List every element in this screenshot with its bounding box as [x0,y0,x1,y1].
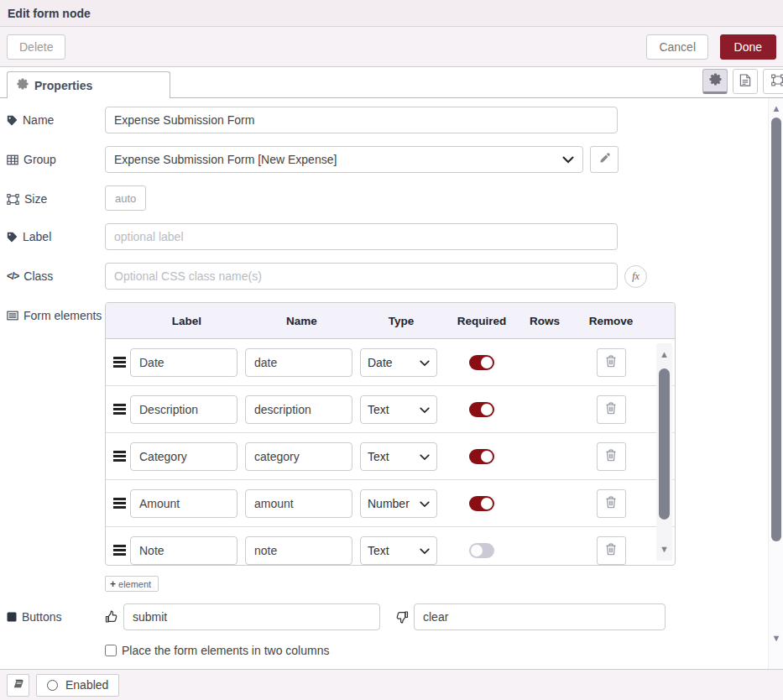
col-header-name: Name [244,315,359,327]
table-icon [7,154,18,165]
group-select[interactable]: Expense Submission Form [New Expense] [105,146,583,173]
gear-icon [709,73,722,88]
required-toggle[interactable] [469,449,494,464]
chevron-down-icon [420,356,430,369]
two-columns-checkbox[interactable] [105,645,117,656]
chevron-down-icon [420,497,430,510]
element-row: Text [106,527,675,565]
panel-scrollbar-thumb[interactable] [771,118,781,541]
delete-element-button[interactable] [597,348,626,377]
element-row: Number [106,480,675,527]
settings-tab-button[interactable] [702,69,728,94]
col-header-label: Label [129,315,244,327]
add-element-button[interactable]: + element [105,576,159,592]
drag-handle-icon[interactable] [113,449,129,464]
tab-properties[interactable]: Properties [7,71,170,98]
size-field-label: Size [7,185,105,206]
trash-icon [605,355,617,370]
table-scrollbar[interactable]: ▲ ▼ [656,343,672,561]
two-columns-label: Place the form elements in two columns [122,644,329,657]
trash-icon [605,449,617,464]
label-input[interactable] [105,223,618,250]
status-circle-icon [47,680,58,691]
clear-button-text-input[interactable] [414,603,666,630]
scroll-down-icon[interactable]: ▼ [769,634,783,643]
element-row: Text [106,433,675,480]
appearance-tab-button[interactable] [763,69,783,94]
element-label-input[interactable] [130,348,238,377]
drag-handle-icon[interactable] [113,402,129,417]
plus-icon: + [110,578,116,590]
done-button[interactable]: Done [720,34,776,60]
enabled-label: Enabled [65,678,108,692]
gear-icon [17,78,29,92]
tab-toolbar [702,69,783,94]
trash-icon [605,402,617,417]
col-header-rows: Rows [520,315,569,327]
element-type-select[interactable]: Number [360,489,437,518]
class-input[interactable] [105,263,618,290]
element-label-input[interactable] [130,536,238,565]
class-field-label: </> Class [7,263,105,284]
fx-button[interactable]: fx [624,265,647,288]
delete-element-button[interactable] [597,536,626,565]
table-scrollbar-thumb[interactable] [659,368,670,520]
drag-handle-icon[interactable] [113,543,129,558]
drag-handle-icon[interactable] [113,496,129,511]
cancel-button[interactable]: Cancel [646,34,708,60]
element-name-input[interactable] [245,442,352,471]
trash-icon [605,496,617,511]
col-header-type: Type [359,315,443,327]
drag-handle-icon[interactable] [113,355,129,370]
trash-icon [605,543,617,558]
dialog-toolbar: Delete Cancel Done [0,27,783,67]
document-icon [739,74,751,89]
code-icon: </> [7,269,18,284]
element-name-input[interactable] [245,536,352,565]
panel-scrollbar[interactable]: ▲ ▼ [768,98,783,669]
chevron-down-icon [420,450,430,463]
node-appearance-icon [771,74,783,89]
tab-properties-label: Properties [34,79,92,92]
node-help-button[interactable] [7,674,29,697]
col-header-remove: Remove [569,315,653,327]
list-icon [7,311,18,321]
thumbs-down-icon [395,610,409,624]
scroll-up-icon[interactable]: ▲ [769,104,783,113]
required-toggle[interactable] [469,355,494,370]
group-field-label: Group [7,146,105,167]
scroll-up-icon[interactable]: ▲ [656,350,672,359]
element-type-select[interactable]: Text [360,536,437,565]
element-row: Date [106,339,675,386]
required-toggle[interactable] [469,543,494,558]
element-name-input[interactable] [245,395,352,424]
element-name-input[interactable] [245,348,352,377]
delete-element-button[interactable] [597,442,626,471]
element-name-input[interactable] [245,489,352,518]
chevron-down-icon [420,403,430,416]
element-row: Text [106,386,675,433]
required-toggle[interactable] [469,496,494,511]
edit-group-button[interactable] [590,146,619,173]
book-icon [13,678,24,692]
element-type-value: Date [368,356,420,369]
element-label-input[interactable] [130,442,238,471]
description-tab-button[interactable] [733,69,758,94]
element-label-input[interactable] [130,489,238,518]
name-input[interactable] [105,107,618,133]
delete-element-button[interactable] [597,395,626,424]
delete-element-button[interactable] [597,489,626,518]
delete-button[interactable]: Delete [7,34,65,60]
element-type-select[interactable]: Text [360,395,437,424]
element-type-select[interactable]: Date [360,348,437,377]
buttons-row: Buttons [7,603,783,630]
scroll-down-icon[interactable]: ▼ [656,545,672,554]
properties-panel: Name Group Expense Submission Form [New … [0,98,783,669]
enabled-toggle-button[interactable]: Enabled [36,674,119,697]
size-auto-button[interactable]: auto [105,185,146,211]
required-toggle[interactable] [469,402,494,417]
element-type-select[interactable]: Text [360,442,437,471]
submit-button-text-input[interactable] [123,603,380,630]
col-header-required: Required [443,315,520,327]
element-label-input[interactable] [130,395,238,424]
